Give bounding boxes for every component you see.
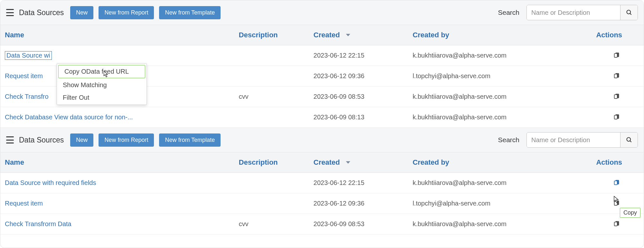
menu-icon[interactable] [6,136,14,143]
cell-created-by: k.bukhtiiarova@alpha-serve.com [408,107,588,128]
cell-created: 2023-06-09 08:53 [309,214,408,234]
menu-icon[interactable] [6,9,14,16]
datasource-name-link[interactable]: Check Transfrorm Data [5,220,71,227]
search-group [526,132,638,148]
copy-action-icon[interactable] [613,221,620,228]
cell-created-by: l.topchyi@alpha-serve.com [408,193,588,214]
search-group [526,5,638,20]
cell-created-by: k.bukhtiiarova@alpha-serve.com [408,87,588,107]
ctx-item-show-matching[interactable]: Show Matching [57,79,147,91]
col-header-name[interactable]: Name [0,25,234,45]
ctx-item-copy-odata[interactable]: Copy OData feed URL [58,65,145,78]
svg-rect-15 [614,201,617,205]
new-from-template-button[interactable]: New from Template [159,133,221,147]
svg-point-0 [627,10,630,14]
cell-desc [234,193,309,214]
svg-point-10 [627,138,630,142]
new-button[interactable]: New [70,133,93,147]
table-row: Check Transfrorm Data cvv 2023-06-09 08:… [0,214,644,234]
sort-desc-icon [345,158,351,166]
cell-created: 2023-06-12 22:15 [309,45,408,66]
search-icon [626,137,632,143]
col-header-created-by[interactable]: Created by [408,152,588,173]
svg-rect-3 [614,53,617,57]
datasource-name-link[interactable]: Check Database View data source for non-… [5,114,133,121]
svg-rect-17 [614,222,617,226]
datasource-name-link[interactable]: Data Source with required fields [5,179,96,186]
datasource-name-link[interactable]: Request item [5,72,43,79]
search-input[interactable] [527,133,620,147]
svg-rect-5 [614,74,617,78]
cell-created: 2023-06-12 22:15 [309,173,408,193]
svg-rect-9 [614,115,617,119]
cell-desc [234,173,309,193]
page-title: Data Sources [19,8,64,17]
search-label: Search [498,9,519,16]
sort-desc-icon [345,31,351,39]
col-header-created[interactable]: Created [309,152,408,173]
page-title: Data Sources [19,136,64,144]
new-from-template-button[interactable]: New from Template [159,6,221,19]
cell-created: 2023-06-12 09:36 [309,193,408,214]
col-header-actions: Actions [588,152,644,173]
new-from-report-button[interactable]: New from Report [99,6,154,19]
search-icon [626,9,632,16]
new-button[interactable]: New [70,6,93,19]
search-button[interactable] [620,133,638,147]
col-header-name[interactable]: Name [0,152,234,173]
cell-desc: cvv [234,87,309,107]
copy-action-icon[interactable] [613,114,620,121]
tooltip-copy: Copy [620,208,640,218]
col-header-created-label: Created [314,158,340,166]
datasource-name-link[interactable]: Request item [5,200,43,207]
datasources-table: Name Description Created Created by Acti… [0,152,644,234]
cell-created-by: k.bukhtiiarova@alpha-serve.com [408,45,588,66]
cell-created-by: k.bukhtiiarova@alpha-serve.com [408,214,588,234]
col-header-created-label: Created [314,31,340,39]
copy-action-icon[interactable] [613,94,620,101]
table-row: Request item 2023-06-12 09:36 l.topchyi@… [0,193,644,214]
copy-action-icon[interactable] [613,180,620,187]
ctx-item-filter-out[interactable]: Filter Out [57,91,147,104]
datasource-name-link[interactable]: Check Transfro [5,93,49,100]
svg-line-11 [630,141,631,142]
toolbar: Data Sources New New from Report New fro… [0,128,644,152]
cell-created-by: k.bukhtiiarova@alpha-serve.com [408,173,588,193]
col-header-description[interactable]: Description [234,152,309,173]
copy-action-icon[interactable] [613,200,620,207]
copy-action-icon[interactable] [613,52,620,60]
col-header-description[interactable]: Description [234,25,309,45]
col-header-created[interactable]: Created [309,25,408,45]
cell-created-by: l.topchyi@alpha-serve.com [408,66,588,87]
new-from-report-button[interactable]: New from Report [99,133,154,147]
cell-desc [234,107,309,128]
svg-line-1 [630,14,631,15]
cell-created: 2023-06-09 08:53 [309,87,408,107]
svg-rect-13 [614,181,617,185]
cell-created: 2023-06-09 08:13 [309,107,408,128]
cell-desc [234,45,309,66]
copy-action-icon[interactable] [613,73,620,80]
search-input[interactable] [527,5,620,20]
context-menu: Copy OData feed URL Show Matching Filter… [57,63,147,105]
cell-created: 2023-06-12 09:36 [309,66,408,87]
cell-desc: cvv [234,214,309,234]
table-row: Data Source wi 2023-06-12 22:15 k.bukhti… [0,45,644,66]
svg-rect-7 [614,95,617,98]
cell-desc [234,66,309,87]
table-row: Data Source with required fields 2023-06… [0,173,644,193]
datasources-panel-2: Data Sources New New from Report New fro… [0,128,644,234]
search-button[interactable] [620,5,638,20]
toolbar: Data Sources New New from Report New fro… [0,0,644,25]
datasource-name-link[interactable]: Data Source wi [5,51,52,60]
col-header-created-by[interactable]: Created by [408,25,588,45]
col-header-actions: Actions [588,25,644,45]
table-row: Check Database View data source for non-… [0,107,644,128]
search-label: Search [498,136,519,144]
